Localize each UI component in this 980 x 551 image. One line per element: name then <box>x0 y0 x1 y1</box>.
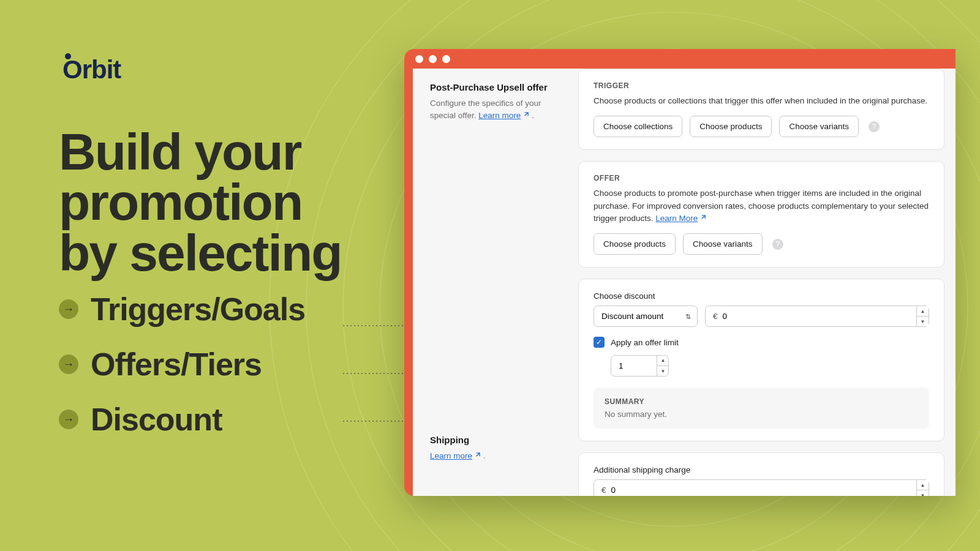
help-icon[interactable]: ? <box>869 121 880 132</box>
apply-limit-checkbox[interactable]: ✓ <box>594 337 605 348</box>
summary-text: No summary yet. <box>605 410 918 419</box>
shipping-card: Additional shipping charge €▲▼ <box>578 452 944 496</box>
stepper-down-icon[interactable]: ▼ <box>917 490 929 496</box>
stepper-up-icon[interactable]: ▲ <box>917 306 929 317</box>
field-label: Additional shipping charge <box>594 465 929 474</box>
arrow-right-icon: → <box>59 410 78 429</box>
trigger-card: TRIGGER Choose products or collections t… <box>578 69 944 150</box>
discount-type-select[interactable]: Discount amount <box>594 305 698 327</box>
bullet-list: →Triggers/Goals →Offers/Tiers →Discount <box>59 291 305 456</box>
summary-panel: SUMMARY No summary yet. <box>594 388 929 429</box>
discount-card: Choose discount Discount amount €▲▼ ✓ Ap… <box>578 279 944 441</box>
learn-more-link[interactable]: Learn more <box>430 451 472 460</box>
section-desc: Configure the specifics of your special … <box>430 97 567 122</box>
shipping-charge-input[interactable]: €▲▼ <box>594 479 929 496</box>
window-titlebar <box>404 49 956 69</box>
close-icon[interactable] <box>415 55 423 63</box>
card-label: OFFER <box>594 174 929 182</box>
offer-card: OFFER Choose products to promote post-pu… <box>578 161 944 268</box>
stepper-down-icon[interactable]: ▼ <box>917 317 929 326</box>
bullet-discount: Discount <box>91 401 222 438</box>
external-link-icon <box>474 452 481 459</box>
section-title-shipping: Shipping <box>430 435 567 445</box>
summary-label: SUMMARY <box>605 397 918 406</box>
external-link-icon <box>522 111 529 118</box>
field-label: Choose discount <box>594 291 929 301</box>
stepper-up-icon[interactable]: ▲ <box>917 480 929 490</box>
help-icon[interactable]: ? <box>772 239 783 250</box>
arrow-right-icon: → <box>59 299 78 319</box>
choose-products-button[interactable]: Choose products <box>690 116 772 137</box>
learn-more-link[interactable]: Learn More <box>655 214 698 223</box>
headline: Build your promotion by selecting <box>59 127 342 278</box>
checkbox-label: Apply an offer limit <box>611 338 679 347</box>
bullet-offers: Offers/Tiers <box>91 346 262 383</box>
card-label: TRIGGER <box>594 81 929 90</box>
maximize-icon[interactable] <box>442 55 450 63</box>
choose-products-button[interactable]: Choose products <box>594 233 676 255</box>
minimize-icon[interactable] <box>429 55 437 63</box>
external-link-icon <box>699 214 706 221</box>
discount-amount-input[interactable]: €▲▼ <box>705 305 929 327</box>
offer-limit-input[interactable]: ▲▼ <box>611 355 669 377</box>
arrow-right-icon: → <box>59 354 78 374</box>
choose-variants-button[interactable]: Choose variants <box>683 233 763 255</box>
card-desc: Choose products or collections that trig… <box>594 95 929 107</box>
stepper-down-icon[interactable]: ▼ <box>657 366 669 377</box>
learn-more-link[interactable]: Learn more <box>478 111 521 120</box>
stepper-up-icon[interactable]: ▲ <box>657 355 669 366</box>
app-window: Post-Purchase Upsell offer Configure the… <box>404 49 956 496</box>
card-desc: Choose products to promote post-purchase… <box>594 187 929 225</box>
section-title-upsell: Post-Purchase Upsell offer <box>430 82 567 92</box>
choose-variants-button[interactable]: Choose variants <box>779 116 859 137</box>
brand-logo: OOrbitrbit <box>62 55 121 84</box>
choose-collections-button[interactable]: Choose collections <box>594 116 682 137</box>
bullet-triggers: Triggers/Goals <box>91 291 305 328</box>
